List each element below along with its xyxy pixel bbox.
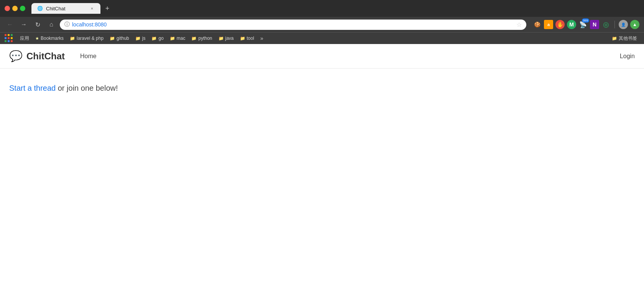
app-content: 💬 ChitChat Home Login Start a thread or … [0, 44, 644, 286]
url-port: :8080 [93, 21, 107, 28]
reload-button[interactable]: ↻ [32, 19, 43, 30]
amazon-extension-icon[interactable]: a [544, 20, 553, 29]
apps-button[interactable] [5, 34, 13, 42]
circle-extension-icon[interactable]: ◎ [601, 20, 611, 29]
bookmark-mac[interactable]: 📁 mac [168, 35, 188, 42]
thread-intro: Start a thread or join one below! [9, 84, 635, 93]
nav-links: Home [80, 53, 97, 60]
tab-close-button[interactable]: × [89, 5, 95, 11]
bookmark-star-icon[interactable]: ☆ [516, 21, 522, 28]
tab-title: ChitChat [46, 6, 86, 11]
bookmark-github[interactable]: 📁 github [107, 35, 131, 42]
bookmark-java-label: java [225, 36, 234, 41]
bookmarks-label: Bookmarks [41, 36, 64, 41]
home-button[interactable]: ⌂ [46, 19, 57, 30]
bookmark-laravel[interactable]: 📁 laravel & php [67, 35, 106, 42]
url-bar[interactable]: ⓘ localhost:8080 ☆ [60, 20, 526, 30]
bookmark-github-label: github [117, 36, 129, 41]
main-content: Start a thread or join one below! [0, 69, 644, 108]
address-bar: ← → ↻ ⌂ ⓘ localhost:8080 ☆ 🍪 a ✋ M 📡 N ◎… [0, 17, 644, 32]
star-icon: ★ [35, 36, 39, 41]
back-button[interactable]: ← [5, 19, 15, 30]
title-bar: 🌐 ChitChat × + [0, 0, 644, 17]
bookmark-go-label: go [158, 36, 163, 41]
browser-chrome: 🌐 ChitChat × + ← → ↻ ⌂ ⓘ localhost:8080 … [0, 0, 644, 44]
folder-icon: 📁 [170, 36, 175, 41]
active-tab[interactable]: 🌐 ChitChat × [31, 3, 100, 14]
folder-icon: 📁 [70, 36, 75, 41]
bookmark-python-label: python [198, 36, 212, 41]
folder-icon: 📁 [612, 36, 617, 41]
update-icon[interactable]: ▲ [630, 20, 639, 29]
tab-bar: 🌐 ChitChat × + [31, 3, 113, 14]
bookmark-go[interactable]: 📁 go [149, 35, 166, 42]
folder-icon: 📁 [110, 36, 115, 41]
avatar-icon[interactable]: 👤 [619, 20, 628, 29]
folder-icon: 📁 [191, 36, 197, 41]
bookmark-tool-label: tool [247, 36, 254, 41]
bookmark-mac-label: mac [177, 36, 186, 41]
m-extension-icon[interactable]: M [567, 20, 576, 29]
close-window-button[interactable] [5, 6, 10, 11]
apps-text: 应用 [20, 35, 29, 42]
thread-rest-text: or join one below! [56, 84, 118, 92]
folder-icon: 📁 [219, 36, 224, 41]
bookmark-java[interactable]: 📁 java [216, 35, 236, 42]
login-link[interactable]: Login [620, 53, 635, 59]
folder-icon: 📁 [240, 36, 245, 41]
url-info-icon: ⓘ [64, 21, 70, 28]
new-tab-button[interactable]: + [102, 3, 113, 14]
cookie-extension-icon[interactable]: 🍪 [532, 20, 542, 29]
window-controls [5, 6, 25, 11]
browser-extensions: 🍪 a ✋ M 📡 N ◎ 👤 ▲ [532, 20, 639, 29]
folder-icon: 📁 [151, 36, 157, 41]
onenote-extension-icon[interactable]: N [590, 20, 599, 29]
brand-name: ChitChat [26, 51, 65, 62]
folder-icon: 📁 [135, 36, 141, 41]
nav-right: Login [620, 53, 635, 60]
start-thread-link[interactable]: Start a thread [9, 84, 56, 92]
bookmark-js[interactable]: 📁 js [133, 35, 148, 42]
home-nav-link[interactable]: Home [80, 53, 97, 60]
bookmark-tool[interactable]: 📁 tool [238, 35, 256, 42]
bookmark-laravel-label: laravel & php [77, 36, 104, 41]
bookmarks-bar: 应用 ★ Bookmarks 📁 laravel & php 📁 github … [0, 32, 644, 44]
bookmarks-more-button[interactable]: » [258, 34, 266, 42]
app-brand-link[interactable]: 💬 ChitChat [9, 50, 65, 62]
hand-extension-icon[interactable]: ✋ [555, 20, 565, 29]
bookmark-python[interactable]: 📁 python [189, 35, 214, 42]
url-host: localhost [72, 21, 93, 28]
url-text: localhost:8080 [72, 21, 514, 28]
app-nav: 💬 ChitChat Home Login [0, 44, 644, 69]
bookmarks-star-item[interactable]: ★ Bookmarks [33, 35, 66, 42]
apps-label[interactable]: 应用 [18, 34, 31, 42]
forward-button[interactable]: → [18, 19, 29, 30]
bookmark-js-label: js [142, 36, 146, 41]
minimize-window-button[interactable] [12, 6, 18, 11]
rss-extension-icon[interactable]: 📡 [578, 20, 588, 29]
maximize-window-button[interactable] [20, 6, 25, 11]
tab-favicon-icon: 🌐 [37, 5, 43, 11]
bookmarks-other-label: 其他书签 [619, 35, 637, 42]
brand-icon: 💬 [9, 50, 23, 62]
divider [614, 21, 615, 28]
bookmarks-other-button[interactable]: 📁 其他书签 [610, 34, 639, 42]
